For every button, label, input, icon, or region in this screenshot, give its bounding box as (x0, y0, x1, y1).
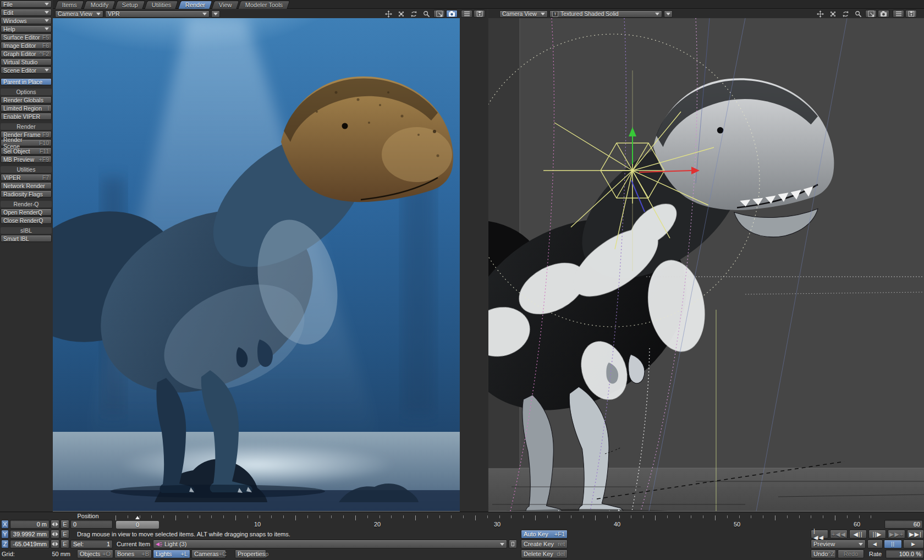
current-frame-input[interactable]: 0 (70, 520, 113, 529)
rotate-icon[interactable] (408, 10, 420, 18)
right-view-type-dropdown[interactable]: Camera View (499, 10, 548, 18)
section-render-q: Render-Q (1, 201, 52, 207)
left-render-mode-dropdown[interactable]: VPR (105, 10, 210, 18)
right-viewport-options-dropdown[interactable] (664, 10, 673, 18)
vpr-render-trex-scene (53, 18, 460, 511)
x-stepper[interactable] (51, 520, 59, 529)
expand-icon[interactable] (865, 10, 877, 18)
render-scene-button[interactable]: Render SceneF10 (1, 139, 52, 146)
save-icon[interactable] (474, 10, 485, 18)
viewport-dead-space (460, 18, 487, 512)
redo-button[interactable]: Redo (838, 550, 864, 558)
expand-icon[interactable] (433, 10, 445, 18)
right-viewport-shaded[interactable] (488, 18, 924, 512)
surface-editor-button[interactable]: Surface EditorF5 (1, 34, 52, 41)
smart-ibl-button[interactable]: Smart IBL (1, 235, 52, 242)
zoom-icon[interactable] (421, 10, 432, 18)
enable-viper-button[interactable]: Enable VIPER (1, 113, 52, 120)
play-reverse-button[interactable]: ◀ (867, 540, 883, 548)
y-envelope-button[interactable]: E (61, 530, 69, 539)
left-viewport-vpr[interactable] (53, 18, 487, 512)
y-value-field[interactable]: 39.9992 mm (10, 530, 50, 539)
timeline-playhead[interactable]: 0 (116, 520, 160, 529)
tab-view[interactable]: View (211, 1, 239, 9)
axis-x-button[interactable]: X (1, 520, 9, 529)
network-render-button[interactable]: Network Render (1, 182, 52, 189)
x-value-field[interactable]: 0 m (10, 520, 50, 529)
image-editor-button[interactable]: Image EditorF6 (1, 42, 52, 49)
pan-icon[interactable] (383, 10, 394, 18)
next-keyframe-button[interactable]: ▶▶+ (888, 530, 905, 539)
z-value-field[interactable]: -65.0419mm (10, 540, 50, 548)
camera-icon[interactable] (878, 10, 889, 18)
viper-button[interactable]: VIPERF7 (1, 174, 52, 181)
undo-button[interactable]: Undo^Z (811, 550, 836, 558)
render-globals-button[interactable]: Render Globals (1, 96, 52, 103)
prev-keyframe-button[interactable]: +◀◀ (830, 530, 848, 539)
open-renderq-button[interactable]: Open RenderQ (1, 208, 52, 216)
chevron-down-icon (500, 543, 504, 546)
graph-editor-button[interactable]: Graph Editor^F2 (1, 50, 52, 57)
tab-render[interactable]: Render (178, 1, 212, 9)
play-forward-button[interactable]: ▶ (903, 540, 924, 548)
z-envelope-button[interactable]: E (61, 540, 69, 548)
menu-edit[interactable]: Edit (1, 9, 52, 16)
radiosity-flags-button[interactable]: Radiosity Flags (1, 190, 52, 197)
mb-preview-button[interactable]: MB Preview+F9 (1, 156, 52, 163)
axis-y-button[interactable]: Y (1, 530, 9, 539)
tab-items[interactable]: Items (55, 1, 85, 9)
sel-object-button[interactable]: Sel ObjectF11 (1, 147, 52, 155)
texture-mode-icon: T (552, 11, 558, 17)
zoom-icon[interactable] (853, 10, 864, 18)
pause-button[interactable]: || (884, 540, 902, 548)
properties-button[interactable]: Propertiesp (235, 550, 266, 558)
parent-in-place-button[interactable]: Parent in Place (1, 78, 52, 85)
tab-modify[interactable]: Modify (83, 1, 116, 9)
menu-icon[interactable] (893, 10, 904, 18)
limited-region-button[interactable]: Limited Regionl (1, 105, 52, 112)
menu-file[interactable]: File (1, 1, 52, 8)
menu-windows[interactable]: Windows (1, 17, 52, 24)
right-viewport-header: Camera View TTextured Shaded Solid (488, 9, 924, 18)
item-type-cameras[interactable]: Cameras+C (191, 550, 226, 558)
y-stepper[interactable] (51, 530, 59, 539)
save-icon[interactable] (905, 10, 917, 18)
item-properties-mini-button[interactable] (509, 540, 517, 548)
left-view-type-dropdown[interactable]: Camera View (55, 10, 103, 18)
position-panel-title: Position (58, 512, 118, 520)
tab-setup[interactable]: Setup (115, 1, 146, 9)
rotate-icon[interactable] (840, 10, 851, 18)
scene-editor-button[interactable]: Scene Editor (1, 67, 52, 74)
item-type-objects[interactable]: Objects+O (77, 550, 113, 558)
axis-z-button[interactable]: Z (1, 540, 9, 548)
section-render: Render (1, 123, 52, 130)
orbit-icon[interactable] (827, 10, 839, 18)
current-item-dropdown[interactable]: Light (3) (153, 540, 507, 548)
pan-icon[interactable] (815, 10, 826, 18)
item-type-bones[interactable]: Bones+B (114, 550, 152, 558)
x-envelope-button[interactable]: E (61, 520, 69, 529)
step-forward-button[interactable]: ||▶ (868, 530, 886, 539)
create-key-button[interactable]: Create Keyret (521, 540, 568, 548)
menu-help[interactable]: Help (1, 25, 52, 32)
z-stepper[interactable] (51, 540, 59, 548)
chevron-down-icon (45, 28, 49, 30)
auto-key-button[interactable]: Auto Key+F1 (521, 530, 568, 539)
rate-field[interactable]: 100.0 % (886, 550, 924, 558)
step-back-button[interactable]: ◀|| (849, 530, 867, 539)
tab-modeler-tools[interactable]: Modeler Tools (238, 1, 290, 9)
delete-key-button[interactable]: Delete Keydel (521, 550, 568, 558)
close-renderq-button[interactable]: Close RenderQ (1, 217, 52, 224)
go-to-start-button[interactable]: |◀◀ (811, 530, 828, 539)
left-viewport-options-dropdown[interactable] (211, 10, 220, 18)
right-render-mode-dropdown[interactable]: TTextured Shaded Solid (549, 10, 662, 18)
preview-dropdown[interactable]: Preview (811, 540, 866, 548)
orbit-icon[interactable] (395, 10, 407, 18)
tab-utilities[interactable]: Utilities (145, 1, 179, 9)
menu-icon[interactable] (461, 10, 472, 18)
camera-icon[interactable] (446, 10, 458, 18)
virtual-studio-button[interactable]: Virtual Studio (1, 58, 52, 65)
go-to-end-button[interactable]: ▶▶| (907, 530, 924, 539)
item-type-lights[interactable]: Lights+L (153, 550, 190, 558)
end-frame-field[interactable]: 60 (884, 520, 923, 529)
